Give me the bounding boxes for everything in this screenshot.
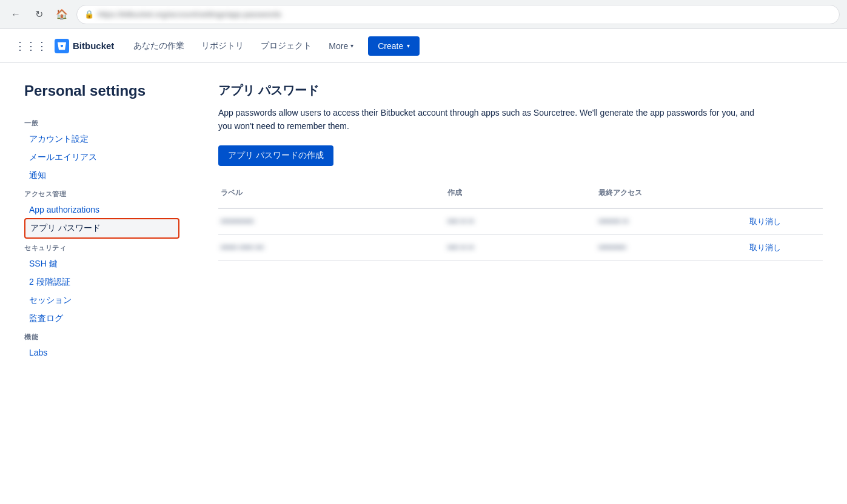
content-area: アプリ パスワード App passwords allow users to a… bbox=[194, 82, 823, 485]
back-icon: ← bbox=[11, 9, 21, 20]
row1-created: •••• •• •• bbox=[445, 210, 596, 233]
revoke-link-2[interactable]: 取り消し bbox=[749, 243, 781, 252]
sidebar-section-features: 機能 bbox=[24, 328, 179, 344]
sidebar-item-app-passwords[interactable]: アプリ パスワード bbox=[24, 218, 179, 239]
sidebar-item-notifications[interactable]: 通知 bbox=[24, 167, 179, 185]
refresh-icon: ↻ bbox=[35, 8, 43, 20]
create-button[interactable]: Create ▾ bbox=[368, 36, 420, 56]
sidebar-item-audit-log[interactable]: 監査ログ bbox=[24, 310, 179, 328]
bitbucket-logo-icon bbox=[55, 39, 69, 53]
table-header: ラベル 作成 最終アクセス bbox=[218, 183, 823, 209]
sidebar-item-account-settings[interactable]: アカウント設定 bbox=[24, 130, 179, 148]
nav-projects[interactable]: プロジェクト bbox=[253, 36, 319, 56]
col-header-action bbox=[747, 183, 823, 203]
sidebar-item-two-step[interactable]: 2 段階認証 bbox=[24, 273, 179, 291]
row2-action[interactable]: 取り消し bbox=[747, 235, 823, 260]
home-icon: 🏠 bbox=[56, 8, 68, 20]
sidebar-item-app-authorizations[interactable]: App authorizations bbox=[24, 201, 179, 218]
back-button[interactable]: ← bbox=[7, 6, 24, 23]
sidebar-item-ssh-keys[interactable]: SSH 鍵 bbox=[24, 255, 179, 273]
col-header-last-access: 最終アクセス bbox=[596, 183, 747, 203]
sidebar: Personal settings 一般 アカウント設定 メールエイリアス 通知… bbox=[24, 82, 194, 485]
sidebar-item-labs[interactable]: Labs bbox=[24, 344, 179, 361]
sidebar-item-sessions[interactable]: セッション bbox=[24, 291, 179, 310]
col-header-label: ラベル bbox=[218, 183, 445, 203]
url-text: https://bitbucket.org/account/settings/a… bbox=[98, 10, 281, 19]
table-row: •••••••••••• •••• •• •• •••••••• •• 取り消し bbox=[218, 209, 823, 235]
row1-label: •••••••••••• bbox=[218, 210, 445, 233]
lock-icon: 🔒 bbox=[84, 10, 94, 19]
col-header-created: 作成 bbox=[445, 183, 596, 203]
sidebar-section-security: セキュリティ bbox=[24, 239, 179, 255]
row1-last-access: •••••••• •• bbox=[596, 210, 747, 233]
app-passwords-table: ラベル 作成 最終アクセス •••••••••••• •••• •• •• ••… bbox=[218, 183, 823, 261]
nav-repositories[interactable]: リポジトリ bbox=[194, 36, 251, 56]
row2-created: •••• •• •• bbox=[445, 236, 596, 259]
create-app-password-button[interactable]: アプリ パスワードの作成 bbox=[218, 145, 333, 166]
nav-your-work[interactable]: あなたの作業 bbox=[126, 36, 192, 56]
app-logo-text: Bitbucket bbox=[73, 41, 114, 51]
row2-label: •••••• ••••• ••• bbox=[218, 236, 445, 259]
address-bar[interactable]: 🔒 https://bitbucket.org/account/settings… bbox=[76, 5, 840, 24]
refresh-button[interactable]: ↻ bbox=[30, 6, 47, 23]
sidebar-item-email-aliases[interactable]: メールエイリアス bbox=[24, 148, 179, 167]
sidebar-section-access: アクセス管理 bbox=[24, 185, 179, 201]
revoke-link-1[interactable]: 取り消し bbox=[749, 217, 781, 226]
create-chevron-icon: ▾ bbox=[407, 42, 410, 49]
nav-more[interactable]: More ▾ bbox=[321, 36, 361, 56]
sidebar-section-general: 一般 bbox=[24, 114, 179, 130]
row1-action[interactable]: 取り消し bbox=[747, 209, 823, 234]
table-row: •••••• ••••• ••• •••• •• •• •••••••••• 取… bbox=[218, 235, 823, 261]
app-header: ⋮⋮⋮ Bitbucket あなたの作業 リポジトリ プロジェクト More ▾… bbox=[0, 29, 847, 63]
content-description: App passwords allow users to access thei… bbox=[218, 106, 764, 133]
chevron-down-icon: ▾ bbox=[350, 42, 353, 49]
content-title: アプリ パスワード bbox=[218, 82, 823, 99]
grid-icon[interactable]: ⋮⋮⋮ bbox=[10, 35, 52, 58]
home-button[interactable]: 🏠 bbox=[53, 6, 70, 23]
main-container: Personal settings 一般 アカウント設定 メールエイリアス 通知… bbox=[0, 63, 847, 504]
browser-chrome: ← ↻ 🏠 🔒 https://bitbucket.org/account/se… bbox=[0, 0, 847, 29]
app-logo[interactable]: Bitbucket bbox=[55, 39, 114, 53]
page-title: Personal settings bbox=[24, 82, 179, 99]
row2-last-access: •••••••••• bbox=[596, 236, 747, 259]
